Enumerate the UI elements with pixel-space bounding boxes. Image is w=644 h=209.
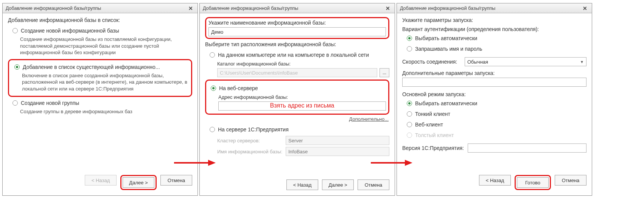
browse-button[interactable]: ... — [380, 68, 389, 77]
web-addr-input[interactable] — [218, 101, 386, 111]
next-button[interactable]: Далее > — [322, 179, 354, 190]
type-label: Выберите тип расположения информационной… — [205, 41, 389, 47]
dialog-step1: Добавление информационной базы/группы ✕ … — [2, 3, 198, 196]
option-create-group[interactable]: Создание новой группы — [12, 98, 192, 108]
speed-label: Скорость соединения: — [402, 59, 461, 65]
cancel-button[interactable]: Отмена — [160, 175, 192, 186]
radio-icon — [211, 86, 216, 91]
highlight-name: Укажите наименование информационной базы… — [205, 17, 389, 39]
cluster-label: Кластер серверов: — [217, 138, 283, 143]
option-auth-auto[interactable]: Выбирать автоматически — [406, 34, 586, 43]
option-label: Тонкий клиент — [415, 111, 450, 117]
params-input[interactable] — [402, 78, 586, 87]
option-label: Создание новой информационной базы — [21, 28, 119, 34]
back-button[interactable]: < Назад — [479, 175, 511, 186]
heading-add: Добавление информационной базы в список: — [8, 17, 192, 23]
radio-icon — [407, 133, 412, 138]
done-button[interactable]: Готово — [517, 177, 549, 188]
speed-select[interactable]: Обычная ▼ — [465, 57, 586, 66]
radio-icon — [407, 122, 412, 127]
radio-icon — [407, 46, 412, 51]
dialog-step3: Добавление информационной базы/группы ✕ … — [397, 3, 592, 196]
ibname-label: Имя информационной базы: — [217, 149, 283, 154]
option-mode-web[interactable]: Веб-клиент — [406, 120, 586, 129]
name-label: Укажите наименование информационной базы… — [208, 20, 386, 26]
option-add-existing[interactable]: Добавление в список существующей информа… — [14, 62, 190, 72]
option-web[interactable]: На веб-сервере — [210, 84, 386, 93]
radio-icon — [407, 36, 412, 41]
option-auth-ask[interactable]: Запрашивать имя и пароль — [406, 44, 586, 53]
option-label: Выбирать автоматически — [415, 100, 477, 106]
version-input[interactable] — [468, 143, 586, 153]
speed-value: Обычная — [467, 59, 488, 65]
window-title: Добавление информационной базы/группы — [203, 6, 298, 11]
version-label: Версия 1С:Предприятия: — [402, 145, 464, 151]
option-desc: Включение в список ранее созданной инфор… — [22, 72, 190, 92]
back-button[interactable]: < Назад — [286, 179, 318, 190]
radio-icon — [407, 111, 412, 117]
option-mode-auto[interactable]: Выбирать автоматически — [406, 99, 586, 108]
option-desc: Создание информационной базы из поставля… — [20, 36, 192, 56]
option-label: Создание новой группы — [21, 100, 79, 106]
radio-icon — [14, 64, 20, 70]
footer: < Назад Далее > Отмена — [200, 176, 395, 195]
close-icon[interactable]: ✕ — [187, 5, 194, 11]
cluster-input — [286, 136, 389, 145]
highlight-existing: Добавление в список существующей информа… — [8, 59, 192, 97]
chevron-down-icon: ▼ — [580, 60, 584, 64]
params-label: Дополнительные параметры запуска: — [402, 70, 586, 76]
option-local[interactable]: На данном компьютере или на компьютере в… — [209, 50, 389, 59]
option-desc: Создание группы в дереве информационных … — [20, 108, 192, 115]
option-label: Веб-клиент — [415, 122, 443, 128]
footer: < Назад Далее > Отмена — [3, 171, 198, 195]
footer: < Назад Готово Отмена — [397, 171, 592, 195]
titlebar: Добавление информационной базы/группы ✕ — [200, 3, 395, 13]
option-label: На веб-сервере — [219, 85, 258, 91]
titlebar: Добавление информационной базы/группы ✕ — [3, 3, 198, 13]
option-mode-thick: Толстый клиент — [406, 131, 586, 140]
name-input[interactable] — [208, 27, 386, 36]
option-label: Толстый клиент — [415, 132, 454, 138]
catalog-input — [217, 68, 377, 77]
ibname-input — [286, 147, 389, 156]
cancel-button[interactable]: Отмена — [358, 179, 389, 190]
radio-icon — [407, 101, 412, 106]
close-icon[interactable]: ✕ — [384, 5, 392, 11]
radio-icon — [12, 28, 18, 33]
option-label: На данном компьютере или на компьютере в… — [218, 52, 369, 58]
heading-params: Укажите параметры запуска: — [402, 17, 586, 23]
titlebar: Добавление информационной базы/группы ✕ — [397, 3, 592, 13]
option-label: Запрашивать имя и пароль — [415, 46, 482, 52]
next-button[interactable]: Далее > — [123, 177, 154, 188]
highlight-next: Далее > — [120, 175, 157, 190]
option-label: На сервере 1С:Предприятия — [218, 126, 289, 133]
close-icon[interactable]: ✕ — [581, 5, 589, 11]
radio-icon — [210, 52, 215, 58]
mode-label: Основной режим запуска: — [402, 91, 586, 97]
catalog-label: Каталог информационной базы: — [217, 61, 389, 67]
option-label: Выбирать автоматически — [415, 35, 477, 41]
web-addr-label: Адрес информационной базы: — [218, 94, 386, 100]
option-label: Добавление в список существующей информа… — [23, 64, 160, 70]
cancel-button[interactable]: Отмена — [555, 175, 586, 186]
radio-icon — [12, 100, 18, 106]
window-title: Добавление информационной базы/группы — [400, 6, 495, 11]
highlight-done: Готово — [515, 175, 551, 190]
option-server[interactable]: На сервере 1С:Предприятия — [209, 125, 389, 134]
dialog-step2: Добавление информационной базы/группы ✕ … — [199, 3, 395, 196]
radio-icon — [210, 127, 215, 132]
window-title: Добавление информационной базы/группы — [6, 6, 101, 11]
auth-label: Вариант аутентификации (определения поль… — [402, 26, 586, 32]
highlight-web: На веб-сервере Адрес информационной базы… — [205, 80, 389, 115]
option-create-new[interactable]: Создание новой информационной базы — [12, 26, 192, 35]
advanced-link[interactable]: Дополнительно... — [349, 116, 389, 122]
back-button: < Назад — [85, 175, 117, 186]
option-mode-thin[interactable]: Тонкий клиент — [406, 109, 586, 119]
